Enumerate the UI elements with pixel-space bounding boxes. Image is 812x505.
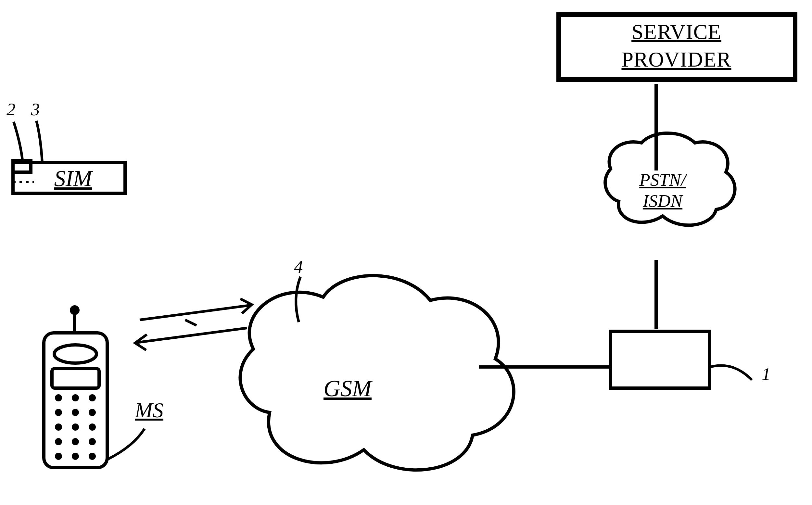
mobile-phone-icon (44, 307, 107, 468)
svg-point-14 (89, 424, 96, 431)
svg-point-17 (89, 438, 96, 445)
gsm-cloud (240, 276, 513, 470)
service-provider-label-line2: PROVIDER (575, 47, 778, 72)
svg-point-20 (89, 453, 96, 460)
leader-to-2 (14, 122, 23, 162)
svg-point-13 (72, 424, 79, 431)
sim-label: SIM (32, 166, 114, 192)
svg-point-4 (54, 345, 97, 363)
svg-point-18 (55, 453, 62, 460)
label-2: 2 (6, 99, 16, 120)
box-1 (611, 331, 710, 388)
svg-point-6 (55, 394, 62, 401)
rf-arrows (135, 299, 252, 350)
pstn-label-line1: PSTN/ (620, 170, 705, 189)
label-3: 3 (31, 99, 40, 120)
label-4: 4 (294, 257, 303, 277)
svg-point-2 (71, 307, 78, 313)
svg-line-21 (140, 305, 250, 320)
label-1: 1 (762, 364, 771, 384)
svg-point-16 (72, 438, 79, 445)
gsm-label: GSM (299, 375, 396, 402)
svg-point-15 (55, 438, 62, 445)
leader-phone-to-ms (107, 429, 145, 460)
svg-point-12 (55, 424, 62, 431)
svg-point-10 (72, 409, 79, 416)
svg-line-23 (185, 320, 196, 325)
leader-to-4 (296, 277, 300, 322)
service-provider-label-line1: SERVICE (575, 19, 778, 44)
ms-label: MS (135, 398, 163, 423)
svg-point-19 (72, 453, 79, 460)
svg-point-11 (89, 409, 96, 416)
svg-point-9 (55, 409, 62, 416)
leader-to-3 (36, 121, 42, 162)
leader-to-1 (710, 366, 752, 380)
svg-line-22 (136, 328, 247, 343)
svg-rect-5 (52, 369, 99, 388)
svg-point-7 (72, 394, 79, 401)
pstn-label-line2: ISDN (620, 192, 705, 210)
svg-point-8 (89, 394, 96, 401)
